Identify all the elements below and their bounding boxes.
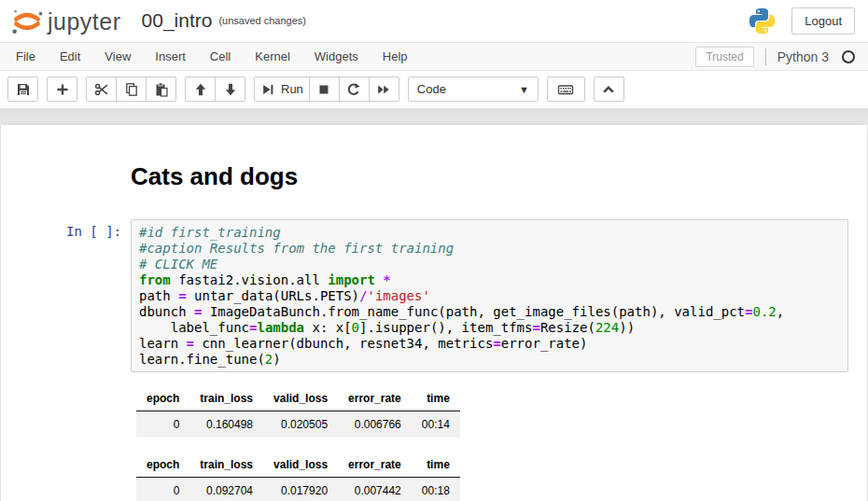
code-line: #id first_training xyxy=(139,225,840,241)
menubar: File Edit View Insert Cell Kernel Widget… xyxy=(0,42,868,71)
code-cell-prompt: In [ ]: xyxy=(15,219,131,501)
menu-help[interactable]: Help xyxy=(371,43,420,70)
cut-icon xyxy=(94,82,109,97)
code-line: #caption Results from the first training xyxy=(139,241,840,257)
table-column-header: epoch xyxy=(136,387,189,411)
menu-view[interactable]: View xyxy=(92,43,143,70)
cell-type-value: Code xyxy=(417,82,446,96)
menu-widgets[interactable]: Widgets xyxy=(302,43,371,70)
table-cell: 0.020505 xyxy=(263,411,338,438)
table-row: 00.0927040.0179200.00744200:18 xyxy=(136,478,460,501)
restart-kernel-icon xyxy=(346,82,361,97)
code-area: #id first_training#caption Results from … xyxy=(139,225,840,367)
table-column-header: time xyxy=(412,387,460,411)
run-icon xyxy=(260,82,275,97)
logout-button[interactable]: Logout xyxy=(791,7,855,35)
table-column-header: valid_loss xyxy=(263,387,338,411)
table-cell: 0 xyxy=(136,478,189,501)
menu-insert[interactable]: Insert xyxy=(143,43,198,70)
autosave-status: (unsaved changes) xyxy=(218,15,306,28)
command-palette-keyboard-icon xyxy=(557,82,574,97)
markdown-cell[interactable]: Cats and dogs xyxy=(15,151,848,219)
training-results-table-2: epochtrain_lossvalid_losserror_ratetime0… xyxy=(136,453,460,501)
stop-icon xyxy=(316,82,331,97)
header-right: Logout xyxy=(748,7,855,35)
jupyter-logo[interactable]: jupyter xyxy=(9,7,121,35)
save-button[interactable] xyxy=(7,77,38,102)
table-cell: 0.017920 xyxy=(263,478,338,501)
code-input-area[interactable]: #id first_training#caption Results from … xyxy=(131,219,848,372)
table-column-header: error_rate xyxy=(338,453,412,478)
copy-cell-button[interactable] xyxy=(116,77,147,102)
chevron-up-icon xyxy=(601,82,616,97)
logo-text: jupyter xyxy=(48,10,121,35)
paste-icon xyxy=(154,82,169,97)
code-line: learn.fine_tune(2) xyxy=(139,352,840,368)
run-cell-button[interactable]: Run xyxy=(254,77,310,102)
toolbar: Run Code ▼ xyxy=(0,71,868,108)
notebook-title[interactable]: 00_intro xyxy=(142,10,213,32)
restart-kernel-button[interactable] xyxy=(339,77,370,102)
code-line: # CLICK ME xyxy=(139,257,840,272)
markdown-cell-prompt xyxy=(15,151,131,219)
table-row: 00.1604980.0205050.00676600:14 xyxy=(136,411,460,438)
scroll-up-button[interactable] xyxy=(594,77,624,102)
table-column-header: train_loss xyxy=(189,453,263,478)
table-column-header: valid_loss xyxy=(263,453,338,478)
table-column-header: epoch xyxy=(136,453,189,478)
menubar-right: Trusted Python 3 xyxy=(695,43,855,70)
copy-icon xyxy=(124,82,139,97)
kernel-separator xyxy=(765,49,766,65)
header: jupyter 00_intro (unsaved changes) Logou… xyxy=(0,0,868,42)
table-cell: 0.007442 xyxy=(338,478,412,501)
table-cell: 0.160498 xyxy=(189,411,263,438)
code-line: learn = cnn_learner(dbunch, resnet34, me… xyxy=(139,336,840,352)
section-heading: Cats and dogs xyxy=(131,162,848,191)
move-down-icon xyxy=(223,82,238,97)
table-cell: 0.092704 xyxy=(189,478,263,501)
jupyter-logo-icon xyxy=(9,7,45,35)
kernel-name: Python 3 xyxy=(777,49,829,64)
notebook-container: Cats and dogs In [ ]: #id first_training… xyxy=(1,125,867,501)
code-line: from fastai2.vision.all import * xyxy=(139,272,840,288)
add-cell-icon xyxy=(55,82,70,97)
table-cell: 00:14 xyxy=(412,411,460,438)
table-column-header: train_loss xyxy=(189,387,263,411)
restart-run-all-button[interactable] xyxy=(369,77,399,102)
menu-kernel[interactable]: Kernel xyxy=(243,43,302,70)
menu-file[interactable]: File xyxy=(4,43,48,70)
menu-edit[interactable]: Edit xyxy=(48,43,92,70)
trusted-badge[interactable]: Trusted xyxy=(695,47,753,67)
table-cell: 00:18 xyxy=(412,478,460,501)
command-palette-button[interactable] xyxy=(547,77,585,102)
table-cell: 0.006766 xyxy=(338,411,412,438)
restart-run-all-icon xyxy=(376,82,391,97)
move-cell-down-button[interactable] xyxy=(215,77,245,102)
table-cell: 0 xyxy=(136,411,189,438)
move-cell-up-button[interactable] xyxy=(185,77,216,102)
training-results-table-1: epochtrain_lossvalid_losserror_ratetime0… xyxy=(136,387,460,438)
notebook-scroll-shadow xyxy=(0,108,868,125)
table-header-row: epochtrain_lossvalid_losserror_ratetime xyxy=(136,453,460,478)
table-header-row: epochtrain_lossvalid_losserror_ratetime xyxy=(136,387,460,411)
cell-output-area: epochtrain_lossvalid_losserror_ratetime0… xyxy=(131,387,848,501)
add-cell-button[interactable] xyxy=(47,77,77,102)
kernel-idle-indicator-icon xyxy=(842,50,855,63)
cut-cell-button[interactable] xyxy=(86,77,117,102)
paste-cell-button[interactable] xyxy=(146,77,176,102)
dropdown-caret-icon: ▼ xyxy=(519,84,529,95)
python-logo-icon xyxy=(748,7,777,35)
menu-cell[interactable]: Cell xyxy=(198,43,243,70)
code-line: dbunch = ImageDataBunch.from_name_func(p… xyxy=(139,304,840,320)
cell-type-dropdown[interactable]: Code ▼ xyxy=(408,77,539,102)
table-column-header: error_rate xyxy=(338,387,412,411)
code-cell[interactable]: In [ ]: #id first_training#caption Resul… xyxy=(15,219,848,501)
move-up-icon xyxy=(193,82,208,97)
table-column-header: time xyxy=(412,453,460,478)
code-line: path = untar_data(URLs.PETS)/'images' xyxy=(139,288,840,304)
run-button-label: Run xyxy=(281,82,303,96)
interrupt-kernel-button[interactable] xyxy=(309,77,340,102)
code-line: label_func=lambda x: x[0].isupper(), ite… xyxy=(139,320,840,336)
save-icon xyxy=(16,82,31,97)
